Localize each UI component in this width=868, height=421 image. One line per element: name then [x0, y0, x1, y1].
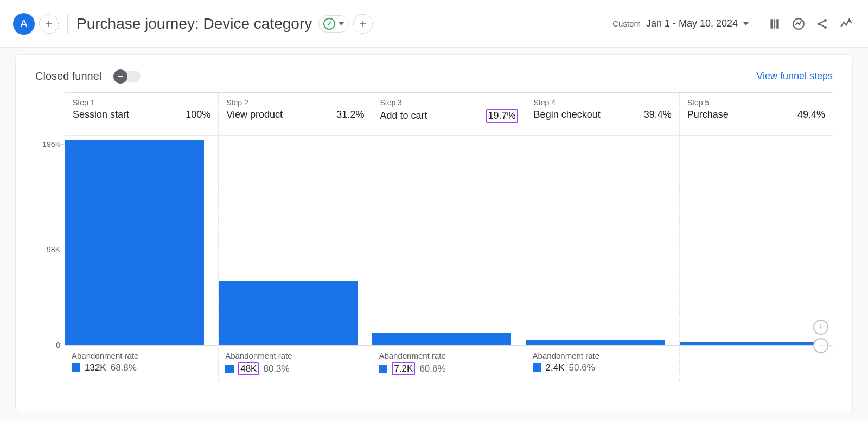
share-icon-button[interactable]: [814, 15, 831, 33]
abandonment-row: 132K68.8%: [72, 362, 212, 373]
abandonment-row: 48K80.3%: [225, 362, 365, 375]
step-header[interactable]: Step 5Purchase49.4%: [680, 92, 833, 136]
step-index-label: Step 4: [534, 98, 672, 107]
bar-area: [219, 136, 372, 345]
card-title: Closed funnel: [35, 70, 101, 82]
abandonment-label: Abandonment rate: [379, 351, 519, 360]
add-segment-button[interactable]: [39, 14, 59, 34]
series-swatch: [72, 363, 80, 372]
abandonment-row: 7.2K60.6%: [379, 362, 519, 375]
step-index-label: Step 5: [687, 98, 825, 107]
spark-line-icon: [839, 17, 853, 31]
zoom-in-button[interactable]: +: [813, 320, 828, 335]
step-footer: [680, 345, 833, 381]
funnel-step-column: Step 5Purchase49.4%: [679, 92, 833, 381]
chevron-down-icon: [339, 22, 344, 25]
divider: [67, 14, 68, 34]
plus-icon: [358, 19, 368, 29]
abandonment-count: 2.4K: [546, 362, 565, 373]
funnel-step-column: Step 1Session start100%Abandonment rate1…: [65, 92, 218, 381]
step-name: Begin checkout: [534, 109, 601, 120]
step-header[interactable]: Step 1Session start100%: [65, 92, 218, 136]
plus-icon: [44, 19, 54, 29]
funnel-step-column: Step 4Begin checkout39.4%Abandonment rat…: [526, 92, 679, 381]
funnel-bar[interactable]: [680, 342, 819, 345]
top-bar: A Purchase journey: Device category ✓ Cu…: [0, 0, 868, 48]
svg-point-2: [824, 19, 827, 22]
card-header: Closed funnel View funnel steps: [16, 70, 852, 92]
compare-columns-icon: [768, 17, 782, 31]
abandonment-pct: 60.6%: [419, 363, 445, 374]
step-footer: Abandonment rate48K80.3%: [219, 345, 372, 381]
step-footer: Abandonment rate132K68.8%: [65, 345, 218, 381]
svg-point-1: [818, 22, 820, 25]
zoom-controls: + −: [813, 320, 828, 353]
series-swatch: [379, 365, 387, 373]
add-dimension-button[interactable]: [353, 14, 373, 34]
toggle-knob: [113, 69, 127, 84]
date-range-picker[interactable]: Custom Jan 1 - May 10, 2024: [612, 18, 749, 29]
step-pct: 100%: [186, 109, 210, 120]
step-header[interactable]: Step 4Begin checkout39.4%: [526, 92, 679, 136]
step-pct: 19.7%: [486, 109, 518, 123]
series-swatch: [225, 365, 234, 373]
abandonment-count: 7.2K: [392, 362, 415, 375]
funnel-step-column: Step 3Add to cart19.7%Abandonment rate7.…: [372, 92, 525, 381]
abandonment-pct: 50.6%: [569, 362, 595, 373]
step-index-label: Step 3: [380, 98, 518, 107]
chevron-down-icon: [743, 22, 749, 25]
funnel-bar[interactable]: [372, 333, 511, 345]
insights-icon-button[interactable]: [790, 15, 807, 33]
y-axis: 196K 98K 0: [35, 92, 65, 362]
step-header[interactable]: Step 3Add to cart19.7%: [372, 92, 525, 136]
funnel-card: Closed funnel View funnel steps 196K 98K…: [15, 54, 853, 412]
step-footer: Abandonment rate7.2K60.6%: [372, 345, 525, 381]
abandonment-pct: 68.8%: [111, 362, 137, 373]
step-index-label: Step 1: [73, 98, 210, 107]
step-footer: Abandonment rate2.4K50.6%: [526, 345, 679, 381]
step-index-label: Step 2: [226, 98, 364, 107]
funnel-columns: Step 1Session start100%Abandonment rate1…: [65, 92, 833, 381]
check-circle-icon: ✓: [323, 18, 335, 30]
anomaly-icon-button[interactable]: [838, 15, 855, 33]
funnel-chart: 196K 98K 0 Step 1Session start100%Abando…: [16, 92, 852, 381]
bar-area: [65, 136, 218, 345]
y-axis-tick: [55, 250, 65, 250]
series-swatch: [533, 363, 541, 372]
funnel-bar[interactable]: [65, 140, 204, 345]
y-axis-tick: [55, 144, 65, 145]
abandonment-pct: 80.3%: [263, 363, 289, 374]
abandonment-row: 2.4K50.6%: [533, 362, 673, 373]
status-chip[interactable]: ✓: [318, 15, 349, 33]
view-funnel-steps-link[interactable]: View funnel steps: [756, 71, 833, 82]
step-name: Session start: [73, 109, 129, 120]
abandonment-count: 48K: [238, 362, 259, 375]
zoom-out-button[interactable]: −: [813, 338, 828, 353]
step-name: Purchase: [687, 109, 729, 120]
step-pct: 31.2%: [336, 109, 364, 120]
step-pct: 39.4%: [644, 109, 672, 120]
date-range-value: Jan 1 - May 10, 2024: [646, 18, 738, 29]
step-pct: 49.4%: [797, 109, 825, 120]
step-header[interactable]: Step 2View product31.2%: [219, 92, 372, 136]
step-name: View product: [226, 109, 283, 120]
closed-funnel-toggle[interactable]: [114, 71, 141, 82]
insights-icon: [792, 17, 806, 31]
bar-area: [526, 136, 679, 345]
abandonment-count: 132K: [85, 362, 106, 373]
abandonment-label: Abandonment rate: [72, 351, 212, 360]
share-icon: [815, 17, 829, 31]
segment-avatar[interactable]: A: [13, 13, 35, 35]
bar-area: [680, 136, 833, 345]
bar-area: [372, 136, 525, 345]
funnel-bar[interactable]: [526, 340, 665, 345]
step-name: Add to cart: [380, 110, 427, 122]
abandonment-label: Abandonment rate: [225, 351, 365, 360]
compare-icon-button[interactable]: [766, 15, 783, 33]
funnel-bar[interactable]: [219, 281, 358, 345]
abandonment-label: Abandonment rate: [533, 351, 673, 360]
y-axis-tick-label: 0: [56, 341, 60, 349]
svg-point-3: [824, 26, 827, 29]
funnel-step-column: Step 2View product31.2%Abandonment rate4…: [218, 92, 372, 381]
date-range-label: Custom: [612, 19, 641, 28]
